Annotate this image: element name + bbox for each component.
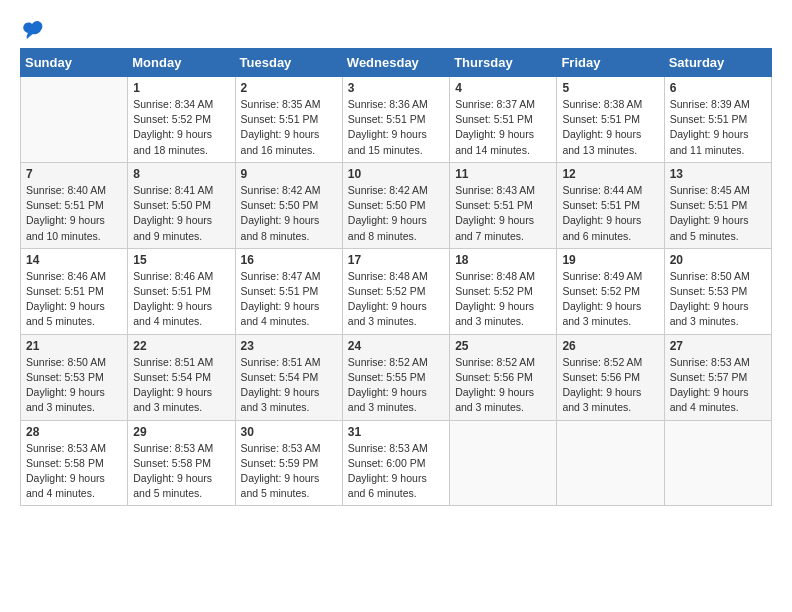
calendar-week-row: 1 Sunrise: 8:34 AM Sunset: 5:52 PM Dayli…: [21, 77, 772, 163]
day-info: Sunrise: 8:46 AM Sunset: 5:51 PM Dayligh…: [133, 269, 229, 330]
daylight-text: Daylight: 9 hours and 3 minutes.: [348, 300, 427, 327]
day-info: Sunrise: 8:53 AM Sunset: 5:58 PM Dayligh…: [133, 441, 229, 502]
calendar-week-row: 28 Sunrise: 8:53 AM Sunset: 5:58 PM Dayl…: [21, 420, 772, 506]
daylight-text: Daylight: 9 hours and 3 minutes.: [455, 300, 534, 327]
calendar-header-tuesday: Tuesday: [235, 49, 342, 77]
sunset-text: Sunset: 5:56 PM: [455, 371, 533, 383]
calendar-table: SundayMondayTuesdayWednesdayThursdayFrid…: [20, 48, 772, 506]
daylight-text: Daylight: 9 hours and 3 minutes.: [348, 386, 427, 413]
day-number: 2: [241, 81, 337, 95]
day-info: Sunrise: 8:40 AM Sunset: 5:51 PM Dayligh…: [26, 183, 122, 244]
calendar-cell: 20 Sunrise: 8:50 AM Sunset: 5:53 PM Dayl…: [664, 248, 771, 334]
day-info: Sunrise: 8:41 AM Sunset: 5:50 PM Dayligh…: [133, 183, 229, 244]
day-info: Sunrise: 8:38 AM Sunset: 5:51 PM Dayligh…: [562, 97, 658, 158]
day-info: Sunrise: 8:37 AM Sunset: 5:51 PM Dayligh…: [455, 97, 551, 158]
sunrise-text: Sunrise: 8:50 AM: [670, 270, 750, 282]
day-info: Sunrise: 8:51 AM Sunset: 5:54 PM Dayligh…: [241, 355, 337, 416]
daylight-text: Daylight: 9 hours and 14 minutes.: [455, 128, 534, 155]
calendar-cell: 22 Sunrise: 8:51 AM Sunset: 5:54 PM Dayl…: [128, 334, 235, 420]
day-number: 11: [455, 167, 551, 181]
calendar-header-monday: Monday: [128, 49, 235, 77]
sunrise-text: Sunrise: 8:53 AM: [26, 442, 106, 454]
sunrise-text: Sunrise: 8:43 AM: [455, 184, 535, 196]
sunset-text: Sunset: 5:51 PM: [670, 199, 748, 211]
sunrise-text: Sunrise: 8:53 AM: [241, 442, 321, 454]
calendar-cell: 5 Sunrise: 8:38 AM Sunset: 5:51 PM Dayli…: [557, 77, 664, 163]
daylight-text: Daylight: 9 hours and 18 minutes.: [133, 128, 212, 155]
day-number: 22: [133, 339, 229, 353]
sunrise-text: Sunrise: 8:53 AM: [133, 442, 213, 454]
day-number: 29: [133, 425, 229, 439]
calendar-cell: 13 Sunrise: 8:45 AM Sunset: 5:51 PM Dayl…: [664, 162, 771, 248]
sunset-text: Sunset: 5:52 PM: [455, 285, 533, 297]
sunrise-text: Sunrise: 8:44 AM: [562, 184, 642, 196]
day-number: 9: [241, 167, 337, 181]
day-info: Sunrise: 8:52 AM Sunset: 5:55 PM Dayligh…: [348, 355, 444, 416]
daylight-text: Daylight: 9 hours and 3 minutes.: [26, 386, 105, 413]
logo: [20, 20, 44, 40]
calendar-cell: 30 Sunrise: 8:53 AM Sunset: 5:59 PM Dayl…: [235, 420, 342, 506]
sunrise-text: Sunrise: 8:35 AM: [241, 98, 321, 110]
sunset-text: Sunset: 5:52 PM: [348, 285, 426, 297]
sunset-text: Sunset: 5:51 PM: [562, 113, 640, 125]
sunset-text: Sunset: 5:53 PM: [26, 371, 104, 383]
sunset-text: Sunset: 5:58 PM: [133, 457, 211, 469]
sunrise-text: Sunrise: 8:51 AM: [133, 356, 213, 368]
day-number: 31: [348, 425, 444, 439]
day-number: 1: [133, 81, 229, 95]
day-info: Sunrise: 8:48 AM Sunset: 5:52 PM Dayligh…: [455, 269, 551, 330]
calendar-week-row: 7 Sunrise: 8:40 AM Sunset: 5:51 PM Dayli…: [21, 162, 772, 248]
calendar-week-row: 21 Sunrise: 8:50 AM Sunset: 5:53 PM Dayl…: [21, 334, 772, 420]
day-number: 19: [562, 253, 658, 267]
day-number: 8: [133, 167, 229, 181]
sunrise-text: Sunrise: 8:52 AM: [348, 356, 428, 368]
calendar-cell: 27 Sunrise: 8:53 AM Sunset: 5:57 PM Dayl…: [664, 334, 771, 420]
calendar-cell: 21 Sunrise: 8:50 AM Sunset: 5:53 PM Dayl…: [21, 334, 128, 420]
day-info: Sunrise: 8:50 AM Sunset: 5:53 PM Dayligh…: [26, 355, 122, 416]
sunrise-text: Sunrise: 8:45 AM: [670, 184, 750, 196]
sunset-text: Sunset: 5:59 PM: [241, 457, 319, 469]
day-number: 24: [348, 339, 444, 353]
day-number: 4: [455, 81, 551, 95]
daylight-text: Daylight: 9 hours and 3 minutes.: [133, 386, 212, 413]
day-info: Sunrise: 8:44 AM Sunset: 5:51 PM Dayligh…: [562, 183, 658, 244]
sunset-text: Sunset: 5:53 PM: [670, 285, 748, 297]
daylight-text: Daylight: 9 hours and 5 minutes.: [670, 214, 749, 241]
sunset-text: Sunset: 5:51 PM: [241, 113, 319, 125]
calendar-header-friday: Friday: [557, 49, 664, 77]
calendar-cell: 18 Sunrise: 8:48 AM Sunset: 5:52 PM Dayl…: [450, 248, 557, 334]
calendar-cell: 9 Sunrise: 8:42 AM Sunset: 5:50 PM Dayli…: [235, 162, 342, 248]
daylight-text: Daylight: 9 hours and 6 minutes.: [348, 472, 427, 499]
calendar-cell: 23 Sunrise: 8:51 AM Sunset: 5:54 PM Dayl…: [235, 334, 342, 420]
day-number: 18: [455, 253, 551, 267]
day-info: Sunrise: 8:53 AM Sunset: 6:00 PM Dayligh…: [348, 441, 444, 502]
day-info: Sunrise: 8:45 AM Sunset: 5:51 PM Dayligh…: [670, 183, 766, 244]
daylight-text: Daylight: 9 hours and 4 minutes.: [241, 300, 320, 327]
daylight-text: Daylight: 9 hours and 4 minutes.: [133, 300, 212, 327]
day-number: 7: [26, 167, 122, 181]
daylight-text: Daylight: 9 hours and 5 minutes.: [133, 472, 212, 499]
calendar-cell: 14 Sunrise: 8:46 AM Sunset: 5:51 PM Dayl…: [21, 248, 128, 334]
calendar-cell: 3 Sunrise: 8:36 AM Sunset: 5:51 PM Dayli…: [342, 77, 449, 163]
daylight-text: Daylight: 9 hours and 5 minutes.: [241, 472, 320, 499]
day-number: 28: [26, 425, 122, 439]
day-info: Sunrise: 8:50 AM Sunset: 5:53 PM Dayligh…: [670, 269, 766, 330]
day-info: Sunrise: 8:34 AM Sunset: 5:52 PM Dayligh…: [133, 97, 229, 158]
calendar-cell: [557, 420, 664, 506]
calendar-header-wednesday: Wednesday: [342, 49, 449, 77]
day-info: Sunrise: 8:53 AM Sunset: 5:58 PM Dayligh…: [26, 441, 122, 502]
day-info: Sunrise: 8:52 AM Sunset: 5:56 PM Dayligh…: [455, 355, 551, 416]
daylight-text: Daylight: 9 hours and 7 minutes.: [455, 214, 534, 241]
day-info: Sunrise: 8:53 AM Sunset: 5:57 PM Dayligh…: [670, 355, 766, 416]
sunrise-text: Sunrise: 8:48 AM: [455, 270, 535, 282]
day-info: Sunrise: 8:48 AM Sunset: 5:52 PM Dayligh…: [348, 269, 444, 330]
day-number: 27: [670, 339, 766, 353]
day-number: 3: [348, 81, 444, 95]
sunrise-text: Sunrise: 8:52 AM: [562, 356, 642, 368]
calendar-cell: 29 Sunrise: 8:53 AM Sunset: 5:58 PM Dayl…: [128, 420, 235, 506]
sunset-text: Sunset: 5:51 PM: [455, 113, 533, 125]
day-number: 6: [670, 81, 766, 95]
day-info: Sunrise: 8:36 AM Sunset: 5:51 PM Dayligh…: [348, 97, 444, 158]
sunset-text: Sunset: 5:51 PM: [562, 199, 640, 211]
sunset-text: Sunset: 5:56 PM: [562, 371, 640, 383]
